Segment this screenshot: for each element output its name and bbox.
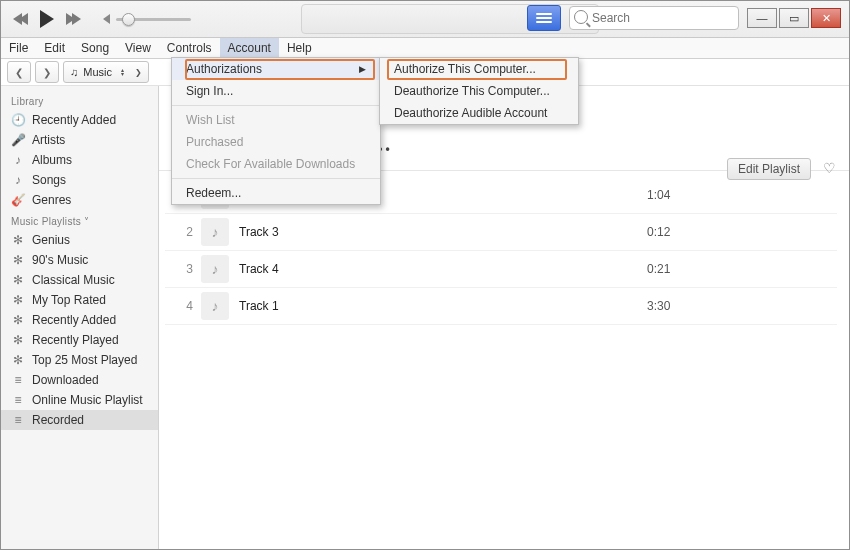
note-icon: ♪ [201,218,229,246]
sidebar-item[interactable]: ♪Albums [1,150,158,170]
sidebar-item[interactable]: ✻Recently Added [1,310,158,330]
sidebar-item[interactable]: ≡Recorded [1,410,158,430]
gear-icon: ✻ [11,273,25,287]
sidebar-item[interactable]: ♪Songs [1,170,158,190]
sidebar-item[interactable]: ✻Genius [1,230,158,250]
menu-item[interactable]: Authorize This Computer... [380,58,578,80]
menu-edit[interactable]: Edit [36,38,73,58]
menu-item[interactable]: Deauthorize This Computer... [380,80,578,102]
sidebar-item-label: Artists [32,133,65,147]
gear-icon: ✻ [11,333,25,347]
back-button[interactable]: ❮ [7,61,31,83]
source-selector[interactable]: ♫ Music ▴▾ ❯ [63,61,149,83]
menu-item-label: Deauthorize This Computer... [394,84,550,98]
gear-icon: ✻ [11,353,25,367]
track-duration: 0:21 [647,262,837,276]
track-index: 4 [165,299,201,313]
close-button[interactable]: ✕ [811,8,841,28]
volume-knob[interactable] [122,13,135,26]
speaker-icon [103,14,110,24]
track-duration: 0:12 [647,225,837,239]
menu-view[interactable]: View [117,38,159,58]
sidebar-item[interactable]: 🎤Artists [1,130,158,150]
sidebar: Library🕘Recently Added🎤Artists♪Albums♪So… [1,86,159,550]
transport-controls [13,10,81,28]
sidebar-item[interactable]: 🎸Genres [1,190,158,210]
menu-item-label: Redeem... [186,186,241,200]
sidebar-item[interactable]: ✻Top 25 Most Played [1,350,158,370]
volume-control[interactable] [103,14,191,24]
gear-icon: ✻ [11,253,25,267]
source-label: Music [83,66,112,78]
menu-item[interactable]: Sign In... [172,80,380,102]
heart-icon[interactable]: ♡ [823,160,837,174]
menu-item-label: Authorize This Computer... [394,62,536,76]
menu-item-label: Sign In... [186,84,233,98]
menu-item: Check For Available Downloads [172,153,380,175]
minimize-button[interactable]: — [747,8,777,28]
menu-help[interactable]: Help [279,38,320,58]
window-buttons: — ▭ ✕ [747,8,841,28]
sidebar-item-label: Recently Added [32,113,116,127]
search-icon [574,10,588,24]
sidebar-item[interactable]: ≡Online Music Playlist [1,390,158,410]
list-icon: ≡ [11,393,25,407]
sidebar-item[interactable]: ✻Classical Music [1,270,158,290]
track-row[interactable]: 3♪Track 40:21 [165,251,837,288]
right-controls: — ▭ ✕ [527,5,841,31]
search-input[interactable] [569,6,739,30]
gear-icon: ✻ [11,233,25,247]
menu-file[interactable]: File [1,38,36,58]
menu-item[interactable]: Redeem... [172,182,380,204]
menu-song[interactable]: Song [73,38,117,58]
track-index: 3 [165,262,201,276]
track-title: Track 4 [239,262,647,276]
sidebar-item-label: Downloaded [32,373,99,387]
sidebar-item[interactable]: 🕘Recently Added [1,110,158,130]
chevron-right-icon: ▶ [359,64,366,74]
mic-icon: 🎤 [11,133,25,147]
edit-playlist-button[interactable]: Edit Playlist [727,158,811,180]
search-box[interactable] [569,6,739,30]
menu-controls[interactable]: Controls [159,38,220,58]
player-bar: — ▭ ✕ [1,1,849,38]
menu-separator [172,105,380,106]
sidebar-item-label: My Top Rated [32,293,106,307]
forward-button[interactable]: ❯ [35,61,59,83]
genre-icon: 🎸 [11,193,25,207]
menubar: FileEditSongViewControlsAccountHelp [1,38,849,59]
sidebar-item[interactable]: ✻90's Music [1,250,158,270]
menu-account[interactable]: Account [220,38,279,58]
track-row[interactable]: 4♪Track 13:30 [165,288,837,325]
maximize-button[interactable]: ▭ [779,8,809,28]
gear-icon: ✻ [11,313,25,327]
sidebar-item[interactable]: ✻Recently Played [1,330,158,350]
menu-item[interactable]: Authorizations▶ [172,58,380,80]
note-icon: ♪ [11,173,25,187]
sidebar-item-label: Genius [32,233,70,247]
sidebar-item[interactable]: ✻My Top Rated [1,290,158,310]
note-icon: ♪ [201,292,229,320]
list-icon: ≡ [11,373,25,387]
menu-item: Wish List [172,109,380,131]
menu-item-label: Wish List [186,113,235,127]
menu-item-label: Check For Available Downloads [186,157,355,171]
chevron-right-icon: ❯ [135,68,142,77]
track-row[interactable]: 2♪Track 30:12 [165,214,837,251]
authorizations-submenu: Authorize This Computer...Deauthorize Th… [379,57,579,125]
menu-item-label: Purchased [186,135,243,149]
track-duration: 1:04 [647,188,837,202]
sidebar-item-label: Songs [32,173,66,187]
next-button[interactable] [66,13,81,25]
list-icon: ≡ [11,413,25,427]
sidebar-item[interactable]: ≡Downloaded [1,370,158,390]
menu-item[interactable]: Deauthorize Audible Account [380,102,578,124]
menu-item-label: Authorizations [186,62,262,76]
play-button[interactable] [34,10,60,28]
menu-item: Purchased [172,131,380,153]
volume-slider[interactable] [116,18,191,21]
previous-button[interactable] [13,13,28,25]
menu-item-label: Deauthorize Audible Account [394,106,547,120]
list-view-button[interactable] [527,5,561,31]
sidebar-item-label: Online Music Playlist [32,393,143,407]
